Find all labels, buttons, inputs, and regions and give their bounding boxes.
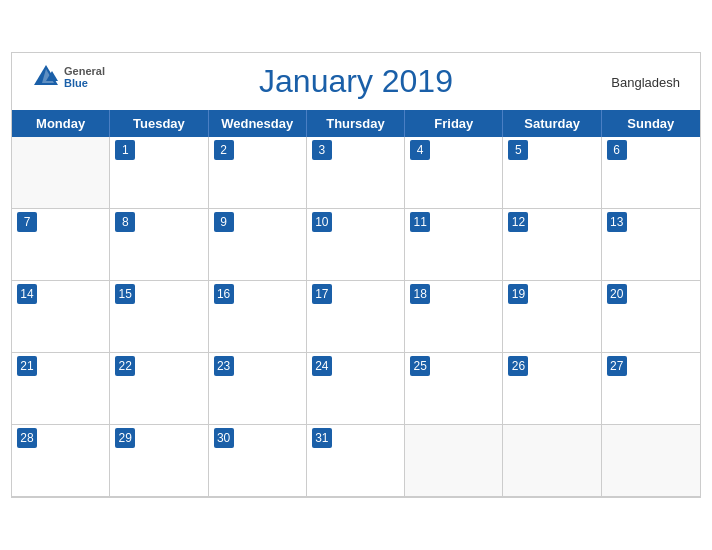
day-number: 24	[312, 356, 332, 376]
day-number: 9	[214, 212, 234, 232]
day-cell[interactable]: 1	[110, 137, 208, 209]
day-cell[interactable]	[12, 137, 110, 209]
day-header-monday: Monday	[12, 110, 110, 137]
day-number: 31	[312, 428, 332, 448]
day-header-tuesday: Tuesday	[110, 110, 208, 137]
logo-wrapper: General Blue	[32, 63, 105, 91]
day-cell[interactable]: 25	[405, 353, 503, 425]
day-cell[interactable]: 10	[307, 209, 405, 281]
day-number: 2	[214, 140, 234, 160]
day-cell[interactable]: 8	[110, 209, 208, 281]
day-number: 20	[607, 284, 627, 304]
day-cell[interactable]: 14	[12, 281, 110, 353]
day-cell[interactable]: 26	[503, 353, 601, 425]
day-number: 15	[115, 284, 135, 304]
day-header-saturday: Saturday	[503, 110, 601, 137]
day-header-thursday: Thursday	[307, 110, 405, 137]
day-number: 4	[410, 140, 430, 160]
day-headers: Monday Tuesday Wednesday Thursday Friday…	[12, 110, 700, 137]
day-number: 17	[312, 284, 332, 304]
day-header-sunday: Sunday	[602, 110, 700, 137]
day-number: 7	[17, 212, 37, 232]
day-number: 3	[312, 140, 332, 160]
day-cell[interactable]: 4	[405, 137, 503, 209]
logo-icon	[32, 63, 60, 91]
day-cell[interactable]: 21	[12, 353, 110, 425]
day-number: 21	[17, 356, 37, 376]
day-cell[interactable]: 28	[12, 425, 110, 497]
day-number: 10	[312, 212, 332, 232]
day-number: 30	[214, 428, 234, 448]
day-cell[interactable]: 5	[503, 137, 601, 209]
day-number: 8	[115, 212, 135, 232]
calendar-grid: 1234567891011121314151617181920212223242…	[12, 137, 700, 497]
day-cell[interactable]: 19	[503, 281, 601, 353]
day-cell[interactable]: 12	[503, 209, 601, 281]
day-cell[interactable]: 31	[307, 425, 405, 497]
day-cell[interactable]: 29	[110, 425, 208, 497]
day-number: 5	[508, 140, 528, 160]
day-cell[interactable]: 27	[602, 353, 700, 425]
calendar: General Blue January 2019 Bangladesh Mon…	[11, 52, 701, 498]
day-cell[interactable]: 24	[307, 353, 405, 425]
logo-area: General Blue	[32, 63, 105, 91]
day-cell[interactable]: 30	[209, 425, 307, 497]
day-number: 13	[607, 212, 627, 232]
day-cell[interactable]: 13	[602, 209, 700, 281]
month-title: January 2019	[259, 63, 453, 100]
day-number: 19	[508, 284, 528, 304]
day-header-wednesday: Wednesday	[209, 110, 307, 137]
day-number: 6	[607, 140, 627, 160]
day-number: 27	[607, 356, 627, 376]
logo-general: General	[64, 65, 105, 77]
day-number: 16	[214, 284, 234, 304]
day-cell[interactable]: 3	[307, 137, 405, 209]
day-cell[interactable]: 7	[12, 209, 110, 281]
day-number: 23	[214, 356, 234, 376]
day-cell[interactable]: 11	[405, 209, 503, 281]
day-cell[interactable]	[602, 425, 700, 497]
day-number: 29	[115, 428, 135, 448]
day-number: 25	[410, 356, 430, 376]
day-cell[interactable]: 18	[405, 281, 503, 353]
day-number: 28	[17, 428, 37, 448]
day-cell[interactable]	[503, 425, 601, 497]
day-cell[interactable]: 16	[209, 281, 307, 353]
day-cell[interactable]: 22	[110, 353, 208, 425]
day-cell[interactable]	[405, 425, 503, 497]
logo-texts: General Blue	[64, 65, 105, 89]
day-number: 22	[115, 356, 135, 376]
day-header-friday: Friday	[405, 110, 503, 137]
day-number: 1	[115, 140, 135, 160]
day-cell[interactable]: 9	[209, 209, 307, 281]
calendar-header: General Blue January 2019 Bangladesh	[12, 53, 700, 110]
day-number: 26	[508, 356, 528, 376]
day-cell[interactable]: 6	[602, 137, 700, 209]
day-cell[interactable]: 20	[602, 281, 700, 353]
day-cell[interactable]: 17	[307, 281, 405, 353]
day-number: 12	[508, 212, 528, 232]
day-number: 11	[410, 212, 430, 232]
day-cell[interactable]: 23	[209, 353, 307, 425]
day-cell[interactable]: 2	[209, 137, 307, 209]
day-cell[interactable]: 15	[110, 281, 208, 353]
logo-blue: Blue	[64, 77, 105, 89]
day-number: 18	[410, 284, 430, 304]
day-number: 14	[17, 284, 37, 304]
country-label: Bangladesh	[611, 74, 680, 89]
